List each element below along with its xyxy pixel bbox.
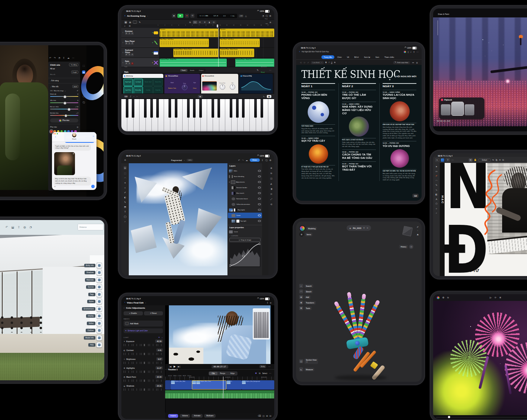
- bold-icon[interactable]: B: [325, 62, 327, 63]
- lr-slider[interactable]: Nhiệt độ0: [50, 93, 78, 97]
- close-window-icon[interactable]: [53, 133, 55, 134]
- zoom-level[interactable]: 74 %: [259, 365, 266, 368]
- color-section[interactable]: ⌄ Màu sắc: [50, 86, 59, 88]
- lr-slider[interactable]: Độ rực màu+ 14: [50, 106, 78, 109]
- panel-icon[interactable]: [96, 284, 102, 290]
- panel-icon[interactable]: [96, 321, 102, 326]
- home-icon[interactable]: ⌂: [350, 227, 351, 229]
- alchemy-preset-button[interactable]: Dark Arp: [143, 86, 153, 94]
- record-enable-button[interactable]: R: [131, 42, 134, 45]
- layer-row-selected[interactable]: Curve: [228, 213, 262, 218]
- power-dot[interactable]: [166, 75, 167, 77]
- chevron-down-icon[interactable]: ⌄: [65, 90, 66, 92]
- piano-black-key[interactable]: [212, 99, 214, 118]
- auto-button[interactable]: Tự động: [69, 63, 78, 66]
- tuner-icon[interactable]: △: [245, 15, 247, 17]
- tool-sketch[interactable]: ◠Sketch: [299, 289, 316, 293]
- light-section[interactable]: › Ánh sáng: [50, 80, 59, 82]
- collapse-icon[interactable]: ⊖: [367, 227, 368, 229]
- panel-icon[interactable]: [96, 328, 102, 333]
- crop-icon[interactable]: ⬚: [83, 65, 85, 67]
- tab-4[interactable]: Xem lại: [362, 55, 373, 59]
- slider-value[interactable]: 15.31: [155, 384, 163, 387]
- settings-icon[interactable]: ⚙: [269, 159, 271, 161]
- mute-button[interactable]: M: [125, 62, 128, 65]
- model-value[interactable]: Modern Tube: [168, 88, 176, 89]
- keyboard-dismiss-button[interactable]: ⌨: [412, 194, 419, 198]
- panel-icon[interactable]: [96, 292, 102, 297]
- overwrite-icon[interactable]: ⧉: [259, 372, 260, 374]
- solo-button[interactable]: S: [128, 62, 131, 65]
- layer-row[interactable]: Top right: [228, 218, 262, 224]
- play-icon[interactable]: ▶: [174, 365, 176, 368]
- note-icon[interactable]: ♪: [130, 95, 131, 98]
- playhead-line[interactable]: [218, 28, 219, 67]
- duplicate-icon[interactable]: ⧉: [271, 172, 272, 174]
- cloud-icon[interactable]: ☁: [67, 57, 69, 59]
- clip[interactable]: Skyline_Blue_Wide: [171, 380, 192, 390]
- list-icon[interactable]: ≔: [412, 62, 414, 64]
- timeline-ruler[interactable]: 00:00:1500:00:3000:00:45: [165, 377, 274, 380]
- minimize-window-icon[interactable]: [55, 133, 56, 134]
- font-field[interactable]: Lato Bold ⌄: [311, 61, 324, 64]
- share-icon[interactable]: ⇪: [266, 302, 268, 304]
- mute-button[interactable]: M: [125, 32, 128, 35]
- alchemy-preset-button[interactable]: Metallic Swell: [143, 79, 153, 86]
- record-enable-button[interactable]: R: [131, 32, 134, 35]
- piano-key[interactable]: [250, 99, 256, 132]
- scopes-panel[interactable]: [253, 308, 270, 339]
- home-icon[interactable]: ⌂: [124, 159, 126, 161]
- piano-key[interactable]: [134, 99, 140, 132]
- mixer-view-icon[interactable]: ▤: [129, 21, 131, 23]
- group-caret-icon[interactable]: ▾: [229, 181, 230, 183]
- layer-row[interactable]: Yellow desaturation: [228, 201, 262, 207]
- mode-clip[interactable]: Clip: [209, 372, 217, 375]
- undo-icon[interactable]: ↶: [238, 159, 240, 161]
- alchemy-preset-button[interactable]: Minimal Arp: [134, 86, 143, 94]
- slider-knob[interactable]: [63, 102, 66, 105]
- glissando-icon[interactable]: ∿: [263, 95, 265, 98]
- settings-icon[interactable]: ⚙: [363, 227, 364, 229]
- plugin-chromaglow[interactable]: ChromaGlow Model Modern Tube Drive Style…: [164, 74, 200, 95]
- add-mask-button[interactable]: ＋ Add Mask: [124, 321, 163, 327]
- mirror-icon[interactable]: ⧎: [495, 159, 497, 161]
- cloud-icon[interactable]: ☁: [246, 159, 248, 161]
- target-icon[interactable]: ◎: [77, 126, 78, 128]
- track-row-pads[interactable]: 4 Pads MSR Keyboard Player - Simple Pad …: [121, 58, 274, 68]
- video-call-icon[interactable]: ⌲: [93, 135, 94, 138]
- slider-value[interactable]: 4.41: [156, 348, 163, 352]
- viewer[interactable]: [165, 305, 274, 364]
- wand-icon[interactable]: ✦: [158, 337, 160, 338]
- track-sort-icon[interactable]: ⊛: [129, 25, 131, 27]
- tab-3[interactable]: Bố trí: [352, 55, 361, 59]
- more-icon[interactable]: ⋯: [416, 51, 419, 53]
- panel-styles[interactable]: Styles: [58, 299, 102, 304]
- tab-5[interactable]: Xem: [373, 55, 381, 59]
- keyboard-icon[interactable]: ⌨: [124, 95, 128, 98]
- piano-key[interactable]: [121, 99, 127, 132]
- more-icon[interactable]: ⋯: [451, 159, 454, 161]
- hand-tool-icon[interactable]: ✋: [474, 159, 477, 161]
- alchemy-preset-button[interactable]: Motion Pad: [153, 79, 163, 86]
- model-3d[interactable]: [320, 253, 398, 349]
- track-row-keyboard[interactable]: 3 Keyboard Player MSR Keyboard Player - …: [121, 48, 274, 58]
- flipbook-frame[interactable]: [465, 104, 474, 115]
- slider-value[interactable]: 9.07: [156, 357, 163, 361]
- shape-tool-icon[interactable]: ⬡: [435, 203, 437, 205]
- layer-row[interactable]: Saturation boost: [228, 196, 262, 201]
- tab-track[interactable]: Track: [180, 69, 187, 72]
- fcp-slider[interactable]: ✺Highlights11.27: [124, 366, 163, 373]
- plugin-chromaverb[interactable]: ChromaVerb Decay Time Wet: [201, 74, 238, 95]
- pencil-tool-icon[interactable]: ✎: [139, 21, 141, 23]
- items-button[interactable]: ≣ Items: [299, 232, 312, 237]
- region[interactable]: Keyboard Player - Block Chords: [220, 49, 254, 57]
- loop-icon[interactable]: ⟳: [494, 296, 496, 299]
- slider-value[interactable]: 11.27: [156, 366, 163, 370]
- visibility-icon[interactable]: [258, 220, 261, 222]
- piano-key[interactable]: [244, 99, 250, 132]
- eyedropper-icon[interactable]: ✐: [77, 90, 78, 92]
- panel-icon[interactable]: [96, 313, 102, 319]
- view-cube[interactable]: [402, 226, 413, 236]
- move-tool-icon[interactable]: ➤: [124, 166, 127, 170]
- move-tool-icon[interactable]: ➤: [435, 165, 437, 168]
